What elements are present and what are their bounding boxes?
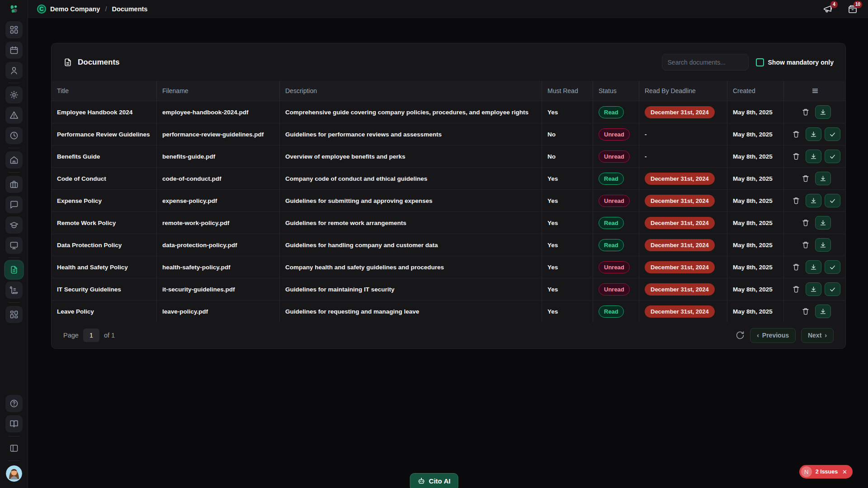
- sidebar-item-learning[interactable]: [5, 216, 23, 234]
- delete-button[interactable]: [790, 194, 802, 207]
- delete-button[interactable]: [799, 216, 812, 230]
- sidebar-item-documents[interactable]: [5, 261, 23, 278]
- menu-icon: [811, 87, 819, 95]
- delete-button[interactable]: [799, 105, 812, 119]
- page-number-input[interactable]: [83, 328, 99, 342]
- sidebar-item-holidays[interactable]: [5, 86, 23, 103]
- nextjs-logo-icon: N: [801, 466, 812, 477]
- cell-title: Performance Review Guidelines: [52, 123, 156, 145]
- column-header-title[interactable]: Title: [52, 81, 156, 101]
- download-button[interactable]: [806, 194, 821, 207]
- sidebar-collapse-button[interactable]: [5, 440, 23, 457]
- panel-left-icon: [9, 444, 19, 453]
- sidebar-item-home[interactable]: [5, 151, 23, 169]
- app-logo[interactable]: [0, 0, 28, 18]
- cell-filename: remote-work-policy.pdf: [156, 212, 279, 234]
- download-button[interactable]: [806, 282, 821, 296]
- cell-status: Read: [593, 101, 639, 123]
- cell-deadline: December 31st, 2024: [639, 190, 727, 211]
- download-button[interactable]: [806, 150, 821, 163]
- search-input[interactable]: [662, 54, 749, 70]
- announcements-button[interactable]: 4: [823, 4, 834, 14]
- cell-actions: [783, 123, 846, 145]
- breadcrumb-company[interactable]: Demo Company: [50, 5, 100, 13]
- sidebar-item-assets[interactable]: [5, 237, 23, 254]
- column-header-created[interactable]: Created: [727, 81, 783, 101]
- sidebar-divider: [8, 258, 20, 258]
- mark-read-button[interactable]: [825, 282, 840, 296]
- table-row: Benefits Guide benefits-guide.pdf Overvi…: [52, 145, 845, 167]
- download-button[interactable]: [815, 238, 831, 252]
- sidebar-item-people[interactable]: [5, 62, 23, 79]
- sidebar-item-incidents[interactable]: [5, 107, 23, 124]
- sidebar-item-calendar[interactable]: [5, 42, 23, 59]
- download-button[interactable]: [815, 216, 831, 230]
- document-icon: [9, 265, 19, 274]
- next-page-button[interactable]: Next ›: [801, 328, 834, 343]
- download-button[interactable]: [806, 127, 821, 141]
- close-icon[interactable]: ✕: [842, 469, 847, 475]
- dashboard-icon: [9, 25, 19, 34]
- table-row: Data Protection Policy data-protection-p…: [52, 234, 845, 256]
- trash-icon: [802, 108, 809, 116]
- cito-ai-button[interactable]: Cito AI: [410, 473, 458, 488]
- sidebar-item-help[interactable]: [5, 395, 23, 412]
- sidebar-item-jobs[interactable]: [5, 176, 23, 193]
- download-button[interactable]: [815, 305, 831, 318]
- sidebar-item-time[interactable]: [5, 127, 23, 144]
- download-button[interactable]: [815, 105, 831, 119]
- delete-button[interactable]: [790, 127, 802, 141]
- mark-read-button[interactable]: [825, 150, 840, 163]
- sidebar-item-apps[interactable]: [5, 306, 23, 323]
- issues-toast[interactable]: N 2 Issues ✕: [799, 465, 853, 479]
- refresh-icon[interactable]: [736, 331, 745, 340]
- download-icon: [820, 242, 826, 249]
- column-header-filename[interactable]: Filename: [156, 81, 279, 101]
- delete-button[interactable]: [799, 172, 812, 185]
- delete-button[interactable]: [799, 305, 812, 318]
- mark-read-button[interactable]: [825, 194, 840, 207]
- delete-button[interactable]: [799, 238, 812, 252]
- sidebar-item-docs-guide[interactable]: [5, 415, 23, 432]
- cell-description: Company code of conduct and ethical guid…: [279, 168, 542, 189]
- cell-actions: [783, 234, 846, 256]
- status-badge: Read: [599, 217, 624, 229]
- sun-icon: [9, 90, 19, 99]
- trash-icon: [793, 131, 800, 138]
- column-header-must-read[interactable]: Must Read: [542, 81, 593, 101]
- delete-button[interactable]: [790, 282, 802, 296]
- delete-button[interactable]: [790, 260, 802, 274]
- column-header-status[interactable]: Status: [593, 81, 639, 101]
- page-of-label: of 1: [104, 332, 115, 339]
- mark-read-button[interactable]: [825, 260, 840, 274]
- previous-page-button[interactable]: ‹ Previous: [750, 328, 796, 343]
- trash-icon: [802, 308, 809, 315]
- help-icon: [9, 399, 19, 408]
- cell-created: May 8th, 2025: [727, 101, 783, 123]
- mandatory-checkbox[interactable]: [756, 58, 764, 66]
- sidebar-item-dashboard[interactable]: [5, 21, 23, 38]
- download-button[interactable]: [815, 172, 831, 185]
- column-header-description[interactable]: Description: [279, 81, 542, 101]
- download-button[interactable]: [806, 260, 821, 274]
- table-row: Leave Policy leave-policy.pdf Guidelines…: [52, 300, 845, 322]
- sidebar-item-chat[interactable]: [5, 196, 23, 213]
- table-row: Performance Review Guidelines performanc…: [52, 123, 845, 145]
- sidebar-divider: [8, 83, 20, 83]
- column-header-actions[interactable]: [783, 81, 846, 101]
- cell-filename: health-safety-policy.pdf: [156, 256, 279, 278]
- inbox-button[interactable]: 10: [847, 4, 858, 14]
- show-mandatory-toggle[interactable]: Show mandatory only: [756, 58, 834, 66]
- avatar-image: [6, 465, 22, 482]
- table-row: Expense Policy expense-policy.pdf Guidel…: [52, 189, 845, 211]
- cell-title: IT Security Guidelines: [52, 278, 156, 300]
- check-icon: [829, 286, 836, 293]
- column-header-deadline[interactable]: Read By Deadline: [639, 81, 727, 101]
- deadline-badge: -: [645, 131, 647, 138]
- user-avatar[interactable]: [6, 465, 22, 482]
- mark-read-button[interactable]: [825, 127, 840, 141]
- cell-status: Read: [593, 168, 639, 189]
- delete-button[interactable]: [790, 150, 802, 163]
- sidebar-item-policies[interactable]: [5, 282, 23, 299]
- cell-filename: code-of-conduct.pdf: [156, 168, 279, 189]
